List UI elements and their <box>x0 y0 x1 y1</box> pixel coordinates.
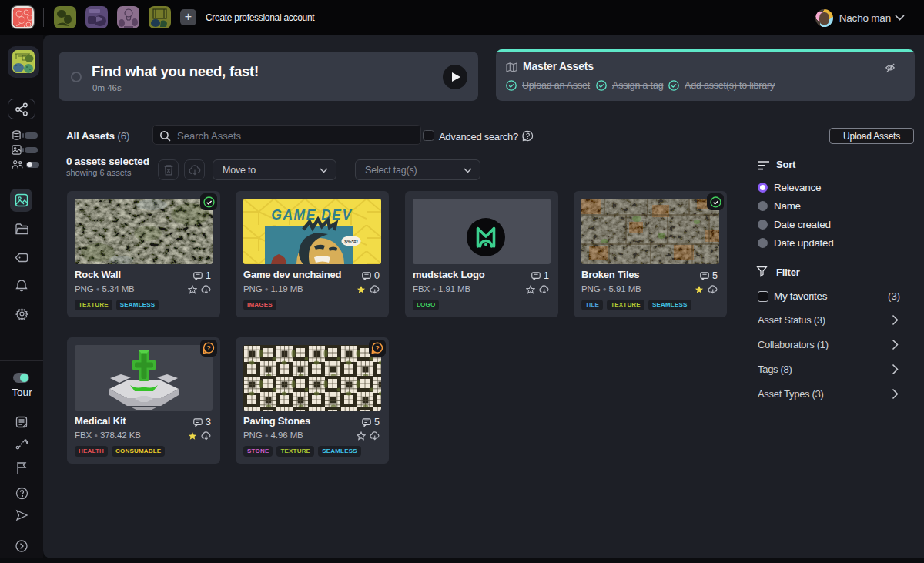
svg-text:$%*#!: $%*#! <box>344 239 358 245</box>
svg-text:?: ? <box>375 344 380 352</box>
svg-text:?: ? <box>206 344 211 352</box>
svg-text:GAME DEV: GAME DEV <box>271 207 352 223</box>
